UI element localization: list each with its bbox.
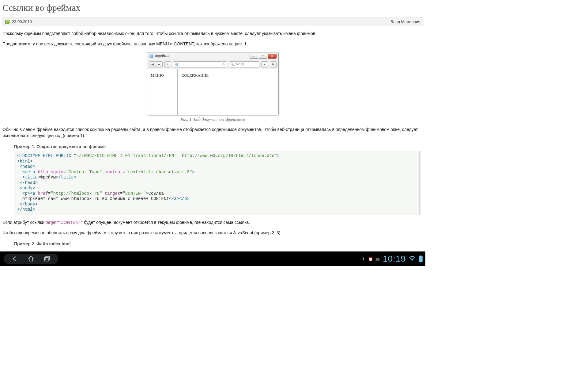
globe-icon: [149, 54, 153, 58]
forward-icon: ▶: [156, 61, 163, 67]
browser-mock: Фреймы — ▢ ✕ ◀ ▶ + ⟳ 🔍: [147, 52, 279, 115]
gear-icon: ✻: [270, 61, 277, 67]
meta-bar: 23.09.2010 Влад Мержевич: [2, 17, 423, 26]
android-navbar: ⬇ ⏰ ▦ 10:19: [0, 251, 425, 266]
battery-icon[interactable]: [419, 255, 423, 262]
svg-rect-4: [420, 255, 421, 256]
close-icon: ✕: [268, 54, 277, 59]
inline-target-code: target="CONTENT": [46, 220, 83, 225]
intro-p2: Предположим, у нас есть документ, состоя…: [2, 41, 423, 47]
search-icon: 🔍: [230, 63, 234, 66]
code-example-1: <!DOCTYPE HTML PUBLIC "-//W3C//DTD HTML …: [14, 151, 420, 215]
publish-date: 23.09.2010: [12, 19, 32, 24]
frame-content: СОДЕРЖАНИЕ: [178, 69, 278, 115]
svg-rect-3: [419, 256, 422, 262]
back-nav-icon[interactable]: [12, 255, 18, 262]
reload-icon: ⟳: [222, 63, 225, 66]
search-box: 🔍 Google: [229, 61, 259, 67]
body-p3: Чтобы одновременно обновить сразу два фр…: [2, 230, 423, 236]
recent-nav-icon[interactable]: [43, 255, 50, 262]
maximize-icon: ▢: [259, 54, 267, 59]
example-1-title: Пример 1. Открытие документа во фрейме: [14, 144, 423, 149]
home-nav-icon[interactable]: [28, 255, 34, 262]
intro-p1: Поскольку фреймы представляют собой набо…: [2, 30, 423, 36]
body-p1: Обычно в левом фрейме находится список с…: [2, 126, 423, 139]
wifi-icon[interactable]: [409, 255, 416, 262]
add-tab-icon: +: [164, 61, 171, 67]
author: Влад Мержевич: [390, 19, 420, 24]
back-icon: ◀: [149, 61, 156, 67]
calendar-icon: [5, 20, 9, 24]
svg-rect-1: [46, 256, 49, 260]
url-globe-icon: [175, 63, 178, 66]
minimize-icon: —: [250, 54, 258, 59]
figure-caption: Рис. 1. Вид документа с фреймами: [2, 117, 423, 122]
svg-point-2: [412, 260, 413, 261]
alarm-icon[interactable]: ⏰: [368, 257, 373, 261]
url-bar: ⟳: [173, 61, 227, 67]
body-p2: Если атрибут ссылки target="CONTENT" буд…: [2, 219, 423, 225]
picture-icon[interactable]: ▦: [376, 257, 380, 261]
mock-window-title: Фреймы: [155, 54, 250, 58]
download-icon[interactable]: ⬇: [362, 257, 365, 261]
bookmark-icon: ▾: [261, 61, 268, 67]
page-title: Ссылки во фреймах: [2, 2, 423, 13]
example-2-title: Пример 2. Файл index.html: [14, 241, 423, 246]
status-clock[interactable]: 10:19: [383, 254, 406, 264]
svg-rect-0: [45, 257, 48, 261]
frame-menu: МЕНЮ: [147, 69, 178, 115]
